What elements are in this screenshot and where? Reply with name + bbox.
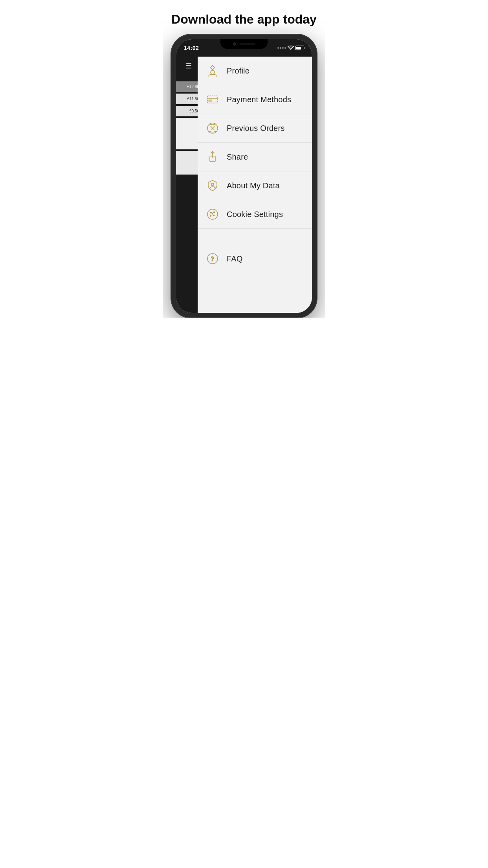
profile-label: Profile: [227, 66, 250, 75]
clock: 14:02: [184, 45, 199, 51]
status-icons: [277, 46, 304, 50]
orders-icon: [205, 121, 220, 135]
hamburger-icon[interactable]: ☰: [185, 63, 192, 70]
menu-item-cookies[interactable]: Cookie Settings: [198, 200, 312, 229]
svg-text:?: ?: [211, 256, 214, 262]
faq-label: FAQ: [227, 254, 243, 263]
cookie-icon: [205, 207, 220, 221]
notch: [220, 39, 268, 49]
svg-point-15: [213, 215, 215, 216]
app-content: ☰ €12.80 €11.50 €0.50: [176, 57, 312, 313]
speaker: [239, 43, 255, 45]
camera-icon: [233, 42, 236, 46]
svg-point-16: [212, 213, 213, 214]
faq-icon: ?: [205, 252, 220, 266]
data-icon: [205, 178, 220, 193]
page-title: Download the app today: [163, 0, 325, 35]
svg-rect-4: [209, 100, 212, 101]
share-label: Share: [227, 153, 248, 162]
orders-label: Previous Orders: [227, 124, 285, 133]
menu-item-payment[interactable]: Payment Methods: [198, 85, 312, 114]
menu-item-share[interactable]: Share: [198, 143, 312, 171]
payment-label: Payment Methods: [227, 95, 291, 104]
menu-spacer: [198, 229, 312, 245]
phone-screen: 14:02: [176, 39, 312, 313]
data-label: About My Data: [227, 181, 280, 190]
profile-icon: [205, 64, 220, 78]
svg-point-9: [211, 183, 214, 186]
svg-point-10: [215, 187, 215, 188]
svg-marker-0: [211, 65, 215, 70]
cookie-label: Cookie Settings: [227, 210, 283, 219]
svg-point-12: [211, 212, 212, 213]
svg-point-14: [210, 215, 211, 217]
menu-item-faq[interactable]: ? FAQ: [198, 245, 312, 273]
wifi-icon: [288, 46, 294, 50]
svg-point-1: [211, 70, 215, 74]
slide-menu: Profile Payment Methods: [198, 57, 312, 313]
menu-item-orders[interactable]: Previous Orders: [198, 114, 312, 143]
svg-point-13: [214, 212, 215, 213]
battery-icon: [295, 46, 304, 50]
signal-icon: [277, 47, 286, 49]
status-bar: 14:02: [176, 39, 312, 57]
menu-item-data[interactable]: About My Data: [198, 171, 312, 200]
menu-item-profile[interactable]: Profile: [198, 57, 312, 85]
svg-rect-2: [207, 96, 218, 103]
phone-frame: 14:02: [171, 35, 317, 318]
share-icon: [205, 150, 220, 164]
payment-icon: [205, 92, 220, 107]
